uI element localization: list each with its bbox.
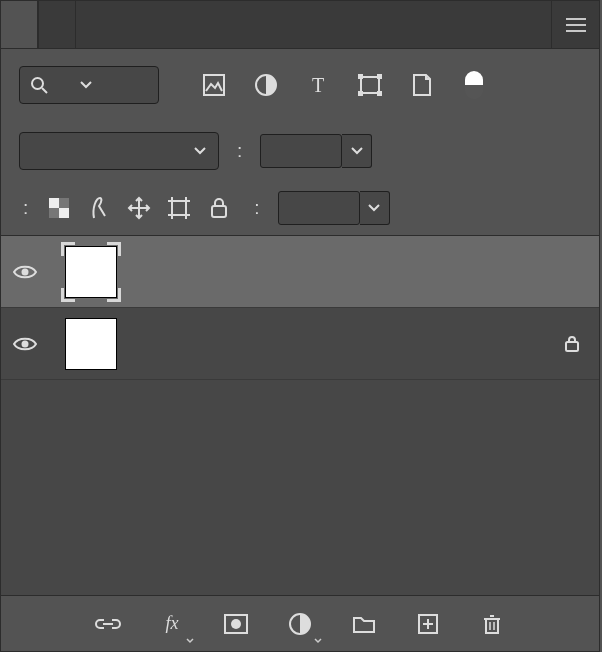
svg-rect-0 [566, 18, 586, 20]
chevron-down-icon [351, 147, 363, 155]
layers-list [1, 235, 599, 595]
svg-rect-30 [566, 342, 578, 351]
fx-button[interactable]: fx [158, 610, 186, 638]
svg-rect-10 [377, 74, 382, 79]
visibility-toggle[interactable] [11, 264, 39, 280]
layer-row[interactable] [1, 236, 599, 308]
opacity-field[interactable] [260, 134, 342, 168]
search-icon [30, 76, 48, 94]
new-adjustment-button[interactable] [286, 610, 314, 638]
layer-row[interactable] [1, 308, 599, 380]
chevron-down-icon [80, 81, 92, 89]
eye-icon [13, 264, 37, 280]
svg-rect-27 [212, 206, 226, 217]
chevron-down-icon [314, 638, 322, 644]
layer-thumbnail[interactable] [61, 242, 121, 302]
filter-adjust-icon[interactable] [253, 72, 279, 98]
new-group-button[interactable] [350, 610, 378, 638]
lock-icons [46, 195, 232, 221]
blend-mode-select[interactable] [19, 132, 219, 170]
layers-panel: T : [0, 0, 600, 652]
eye-icon [13, 336, 37, 352]
opacity-stepper[interactable] [342, 134, 372, 168]
svg-line-4 [42, 88, 47, 93]
svg-point-32 [231, 619, 241, 629]
fill-label: : [250, 197, 263, 219]
fx-icon: fx [166, 613, 179, 634]
filter-row: T [1, 49, 599, 121]
lock-icon [564, 335, 580, 353]
filter-shape-icon[interactable] [357, 72, 383, 98]
blend-row: : [1, 121, 599, 181]
lock-position-icon[interactable] [126, 195, 152, 221]
filter-kind-icons: T [201, 71, 483, 99]
mask-icon [224, 614, 248, 634]
visibility-toggle[interactable] [11, 336, 39, 352]
chevron-down-icon [186, 638, 194, 644]
filter-type-dropdown[interactable] [19, 66, 159, 104]
svg-rect-2 [566, 30, 586, 32]
tab-paths[interactable] [75, 1, 112, 48]
svg-point-28 [22, 268, 29, 275]
trash-icon [482, 613, 502, 635]
svg-point-29 [22, 340, 29, 347]
fill-field[interactable] [278, 191, 360, 225]
adjust-icon [289, 613, 311, 635]
delete-layer-button[interactable] [478, 610, 506, 638]
filter-toggle-icon[interactable] [465, 71, 483, 99]
lock-row: : : [1, 181, 599, 235]
fill-stepper[interactable] [360, 191, 390, 225]
link-icon [95, 616, 121, 632]
svg-rect-12 [377, 91, 382, 96]
svg-rect-11 [358, 91, 363, 96]
svg-rect-5 [204, 75, 224, 95]
panel-menu-button[interactable] [551, 1, 599, 48]
svg-point-3 [32, 78, 43, 89]
svg-rect-8 [361, 77, 379, 93]
hamburger-icon [566, 18, 586, 32]
filter-smartobj-icon[interactable] [409, 72, 435, 98]
lock-artboard-icon[interactable] [166, 195, 192, 221]
lock-image-icon[interactable] [86, 195, 112, 221]
svg-rect-18 [172, 201, 186, 215]
svg-rect-14 [49, 198, 59, 208]
svg-rect-9 [358, 74, 363, 79]
folder-icon [352, 614, 376, 634]
svg-rect-1 [566, 24, 586, 26]
link-layers-button[interactable] [94, 610, 122, 638]
filter-pixel-icon[interactable] [201, 72, 227, 98]
bottom-bar: fx [1, 595, 599, 651]
lock-all-icon[interactable] [206, 195, 232, 221]
filter-type-text-icon[interactable]: T [305, 72, 331, 98]
layer-locked-indicator [561, 335, 583, 353]
opacity-label: : [233, 140, 246, 162]
lock-label: : [19, 197, 32, 219]
tab-channels[interactable] [38, 1, 75, 48]
tab-layers[interactable] [1, 1, 38, 48]
tab-spacer [112, 1, 551, 48]
svg-rect-37 [486, 619, 498, 633]
lock-transparent-icon[interactable] [46, 195, 72, 221]
svg-rect-15 [59, 208, 69, 218]
tab-row [1, 1, 599, 49]
layer-thumbnail[interactable] [61, 314, 121, 374]
chevron-down-icon [194, 147, 206, 155]
new-layer-button[interactable] [414, 610, 442, 638]
chevron-down-icon [368, 204, 380, 212]
add-mask-button[interactable] [222, 610, 250, 638]
svg-text:T: T [312, 74, 324, 96]
new-icon [417, 613, 439, 635]
